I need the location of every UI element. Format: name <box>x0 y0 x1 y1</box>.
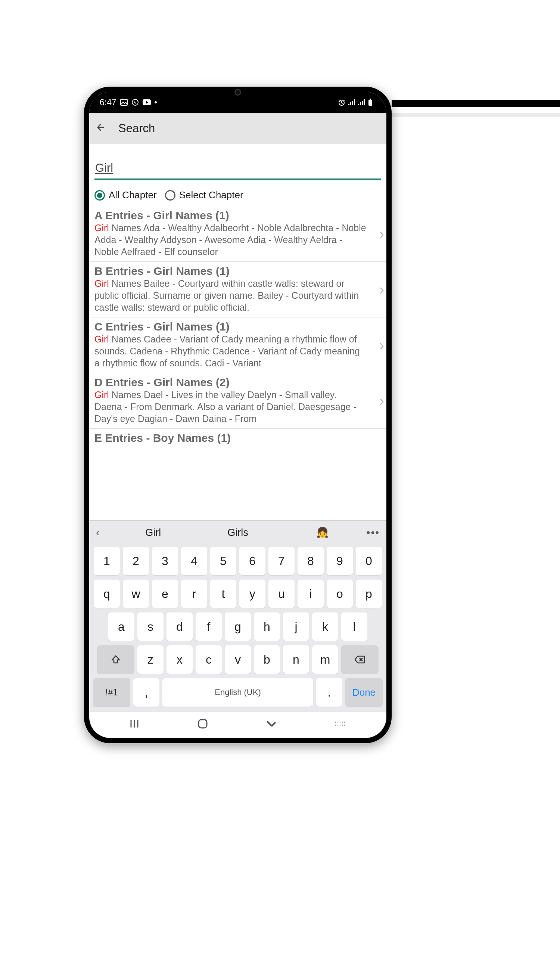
key-symbols[interactable]: !#1 <box>93 678 130 707</box>
phone-screen: 6:47 <box>89 92 387 738</box>
nav-back-icon[interactable] <box>266 719 277 731</box>
chevron-right-icon: › <box>379 225 384 242</box>
radio-all-chapter-label: All Chapter <box>108 189 157 201</box>
key-r[interactable]: r <box>181 580 207 608</box>
key-o[interactable]: o <box>327 580 353 608</box>
result-item[interactable]: B Entries - Girl Names (1) Girl Names Ba… <box>89 262 387 317</box>
chevron-right-icon: › <box>379 392 384 409</box>
chevron-right-icon: › <box>379 337 384 354</box>
key-2[interactable]: 2 <box>123 547 149 575</box>
key-5[interactable]: 5 <box>210 547 236 575</box>
key-shift[interactable] <box>97 645 134 674</box>
key-i[interactable]: i <box>298 580 324 608</box>
suggestion-3[interactable]: 👧 <box>280 527 365 539</box>
keyboard-row-3: a s d f g h j k l <box>89 610 387 643</box>
key-0[interactable]: 0 <box>356 547 382 575</box>
key-m[interactable]: m <box>312 645 338 674</box>
key-l[interactable]: l <box>341 612 367 641</box>
key-b[interactable]: b <box>254 645 280 674</box>
status-left: 6:47 <box>100 97 157 108</box>
result-item[interactable]: A Entries - Girl Names (1) Girl Names Ad… <box>89 206 387 262</box>
suggestion-2[interactable]: Girls <box>196 527 280 539</box>
key-9[interactable]: 9 <box>327 547 353 575</box>
key-1[interactable]: 1 <box>94 547 120 575</box>
key-space[interactable]: English (UK) <box>162 678 313 707</box>
android-nav-bar <box>89 712 387 738</box>
shift-icon <box>111 655 121 664</box>
radio-select-chapter-label: Select Chapter <box>179 189 243 201</box>
backspace-icon <box>354 656 365 664</box>
battery-icon <box>368 98 373 106</box>
key-comma[interactable]: , <box>133 678 159 707</box>
suggestion-back-icon[interactable]: ‹ <box>96 527 111 539</box>
keyboard-row-5: !#1 , English (UK) . Done <box>89 676 387 709</box>
svg-rect-11 <box>363 99 365 105</box>
key-s[interactable]: s <box>137 612 163 641</box>
chevron-right-icon: › <box>379 281 384 298</box>
result-item[interactable]: C Entries - Girl Names (1) Girl Names Ca… <box>89 317 387 373</box>
key-y[interactable]: y <box>239 580 265 608</box>
phone-frame: 6:47 <box>84 87 392 743</box>
key-u[interactable]: u <box>268 580 295 608</box>
key-v[interactable]: v <box>225 645 251 674</box>
keyboard-row-4: z x c v b n m <box>89 643 387 676</box>
nav-keyboard-toggle-icon[interactable] <box>335 719 346 731</box>
key-6[interactable]: 6 <box>239 547 265 575</box>
search-input[interactable] <box>95 159 381 180</box>
suggestion-1[interactable]: Girl <box>111 527 196 539</box>
key-c[interactable]: c <box>196 645 222 674</box>
key-backspace[interactable] <box>341 645 378 674</box>
status-time: 6:47 <box>100 97 117 108</box>
key-z[interactable]: z <box>137 645 163 674</box>
suggestion-more-icon[interactable]: ••• <box>365 527 380 539</box>
key-k[interactable]: k <box>312 612 338 641</box>
key-done[interactable]: Done <box>345 678 383 707</box>
highlight: Girl <box>95 278 109 289</box>
key-7[interactable]: 7 <box>268 547 295 575</box>
result-title: A Entries - Girl Names (1) <box>95 209 381 222</box>
result-snippet: Girl Names Cadee - Variant of Cady meani… <box>95 333 381 369</box>
key-p[interactable]: p <box>356 580 382 608</box>
search-results: A Entries - Girl Names (1) Girl Names Ad… <box>89 206 387 520</box>
status-right <box>338 98 373 106</box>
svg-rect-7 <box>354 99 355 105</box>
status-dot-icon <box>155 101 157 103</box>
key-n[interactable]: n <box>283 645 309 674</box>
svg-rect-6 <box>352 101 353 105</box>
highlight: Girl <box>95 390 109 400</box>
nav-recents-icon[interactable] <box>130 719 139 731</box>
youtube-icon <box>143 99 151 105</box>
signal-icon-2 <box>358 99 365 105</box>
svg-rect-10 <box>362 101 363 105</box>
result-title: D Entries - Girl Names (2) <box>95 376 381 389</box>
result-snippet: Girl Names Ada - Wealthy Adalbeorht - No… <box>95 222 381 258</box>
key-4[interactable]: 4 <box>181 547 207 575</box>
result-title: B Entries - Girl Names (1) <box>95 265 381 277</box>
key-t[interactable]: t <box>210 580 236 608</box>
result-snippet: Girl Names Dael - Lives in the valley Da… <box>95 389 381 425</box>
decorative-cable <box>392 100 560 107</box>
key-period[interactable]: . <box>316 678 342 707</box>
key-x[interactable]: x <box>167 645 193 674</box>
key-f[interactable]: f <box>196 612 222 641</box>
key-q[interactable]: q <box>94 580 120 608</box>
page-title: Search <box>118 122 155 135</box>
key-w[interactable]: w <box>123 580 149 608</box>
key-a[interactable]: a <box>108 612 134 641</box>
keyboard: ‹ Girl Girls 👧 ••• 1 2 3 4 5 6 7 8 9 0 q… <box>89 520 387 712</box>
back-button[interactable] <box>96 122 107 135</box>
key-3[interactable]: 3 <box>152 547 178 575</box>
key-e[interactable]: e <box>152 580 178 608</box>
nav-home-icon[interactable] <box>197 719 208 732</box>
key-d[interactable]: d <box>167 612 193 641</box>
result-item[interactable]: D Entries - Girl Names (2) Girl Names Da… <box>89 373 387 429</box>
key-j[interactable]: j <box>283 612 309 641</box>
key-h[interactable]: h <box>254 612 280 641</box>
image-icon <box>120 99 128 106</box>
radio-select-chapter[interactable] <box>165 190 175 200</box>
alarm-icon <box>338 98 345 106</box>
key-g[interactable]: g <box>225 612 251 641</box>
highlight: Girl <box>95 223 109 233</box>
key-8[interactable]: 8 <box>298 547 324 575</box>
radio-all-chapter[interactable] <box>95 190 105 200</box>
